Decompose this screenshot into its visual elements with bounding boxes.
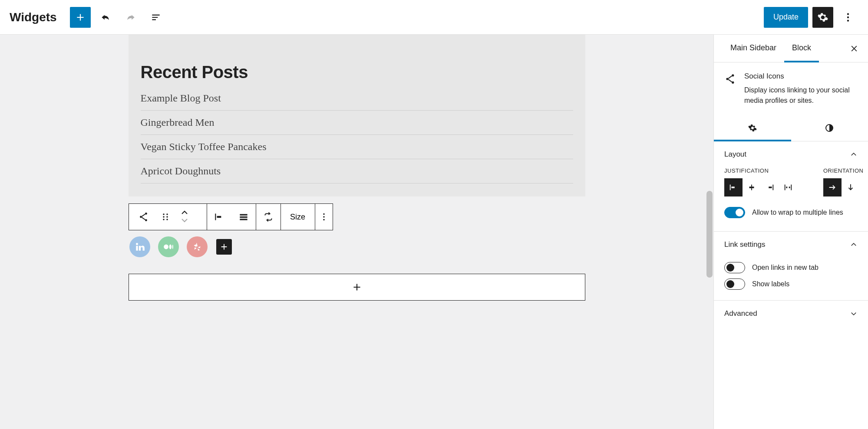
chevron-down-icon — [181, 218, 188, 223]
settings-subtab[interactable] — [714, 116, 791, 141]
size-button[interactable]: Size — [281, 204, 315, 230]
plus-icon — [219, 242, 229, 252]
svg-point-10 — [163, 219, 165, 220]
svg-point-1 — [847, 16, 849, 18]
chevron-up-icon — [850, 151, 858, 158]
svg-rect-30 — [789, 187, 790, 188]
layout-panel-toggle[interactable]: Layout — [714, 141, 868, 167]
close-icon — [850, 44, 858, 53]
update-button[interactable]: Update — [764, 7, 808, 28]
block-type-button[interactable] — [132, 204, 155, 230]
show-labels-toggle[interactable] — [724, 278, 745, 290]
block-title: Social Icons — [744, 72, 858, 81]
undo-button[interactable] — [95, 7, 116, 28]
arrow-right-icon — [828, 183, 837, 192]
settings-button[interactable] — [812, 7, 833, 28]
orientation-group — [823, 178, 863, 196]
svg-point-9 — [166, 216, 168, 218]
drag-handle[interactable] — [157, 213, 174, 221]
svg-point-22 — [732, 74, 734, 76]
block-toolbar: Size — [129, 203, 333, 230]
justify-center-button[interactable] — [743, 178, 761, 196]
orientation-horizontal-button[interactable] — [823, 178, 842, 196]
sidebar-tabs: Main Sidebar Block — [714, 35, 868, 62]
svg-point-19 — [164, 245, 168, 249]
plus-icon — [75, 12, 86, 23]
link-settings-panel-title: Link settings — [724, 240, 766, 249]
justification-label: JUSTIFICATION — [724, 167, 797, 174]
medium-icon[interactable] — [158, 236, 179, 257]
contrast-icon — [824, 123, 835, 133]
gear-icon — [817, 12, 828, 23]
svg-point-24 — [732, 82, 734, 84]
justification-group — [724, 178, 797, 196]
add-block-button[interactable] — [70, 7, 91, 28]
svg-point-21 — [172, 245, 173, 249]
svg-point-18 — [323, 219, 324, 220]
tab-block[interactable]: Block — [784, 35, 819, 62]
new-tab-toggle[interactable] — [724, 262, 745, 273]
new-tab-toggle-label: Open links in new tab — [752, 264, 818, 272]
plus-icon — [351, 282, 363, 293]
chevron-down-icon — [850, 310, 858, 318]
tab-main-sidebar[interactable]: Main Sidebar — [723, 35, 784, 62]
svg-rect-12 — [217, 216, 221, 218]
chevron-up-icon — [850, 241, 858, 249]
gear-icon — [747, 123, 758, 133]
redo-icon — [125, 12, 136, 23]
svg-rect-26 — [731, 187, 734, 188]
share-icon — [138, 211, 149, 223]
link-settings-panel: Link settings Open links in new tab Show… — [714, 232, 868, 301]
linkedin-icon[interactable] — [129, 236, 150, 257]
move-up-button[interactable] — [181, 209, 188, 217]
block-more-button[interactable] — [315, 204, 333, 230]
wrap-toggle[interactable] — [724, 207, 745, 218]
add-block-inline-button[interactable] — [129, 274, 585, 301]
svg-point-6 — [163, 213, 165, 215]
justify-left-icon — [729, 183, 738, 192]
justify-space-between-button[interactable] — [779, 178, 797, 196]
svg-point-20 — [169, 245, 171, 249]
align-button[interactable] — [231, 204, 256, 230]
share-icon — [724, 73, 736, 85]
post-item[interactable]: Gingerbread Men — [141, 111, 573, 135]
post-item[interactable]: Apricot Doughnuts — [141, 159, 573, 183]
advanced-panel-toggle[interactable]: Advanced — [714, 301, 868, 327]
justify-space-between-icon — [783, 183, 793, 192]
scrollbar-thumb[interactable] — [706, 191, 713, 278]
justify-right-button[interactable] — [761, 178, 779, 196]
redo-button[interactable] — [120, 7, 141, 28]
svg-point-11 — [166, 219, 168, 220]
move-down-button[interactable] — [181, 217, 188, 225]
svg-point-8 — [163, 216, 165, 218]
more-vertical-icon — [318, 211, 330, 223]
more-options-button[interactable] — [838, 7, 858, 28]
transform-button[interactable] — [256, 204, 281, 230]
drag-icon — [162, 213, 169, 221]
orientation-vertical-button[interactable] — [842, 178, 860, 196]
justify-left-button[interactable] — [207, 204, 231, 230]
add-social-icon-button[interactable] — [216, 239, 232, 255]
svg-rect-14 — [240, 216, 247, 218]
styles-subtab[interactable] — [791, 116, 868, 141]
close-sidebar-button[interactable] — [847, 42, 861, 56]
chevron-up-icon — [181, 210, 188, 215]
more-vertical-icon — [842, 12, 854, 23]
yelp-icon[interactable] — [187, 236, 208, 257]
svg-point-23 — [726, 78, 728, 80]
recent-posts-heading[interactable]: Recent Posts — [141, 62, 573, 82]
list-view-button[interactable] — [145, 7, 166, 28]
svg-point-2 — [847, 20, 849, 21]
svg-rect-13 — [240, 214, 247, 216]
link-settings-panel-toggle[interactable]: Link settings — [714, 232, 868, 258]
social-icons-block[interactable] — [129, 236, 585, 257]
editor-canvas[interactable]: Recent Posts Example Blog Post Gingerbre… — [0, 35, 713, 429]
svg-point-4 — [140, 216, 142, 218]
advanced-panel: Advanced — [714, 301, 868, 327]
justify-left-button[interactable] — [724, 178, 743, 196]
post-item[interactable]: Vegan Sticky Toffee Pancakes — [141, 135, 573, 159]
post-item[interactable]: Example Blog Post — [141, 92, 573, 111]
svg-rect-27 — [749, 187, 754, 188]
svg-rect-29 — [786, 187, 787, 188]
wrap-toggle-label: Allow to wrap to multiple lines — [752, 209, 843, 216]
